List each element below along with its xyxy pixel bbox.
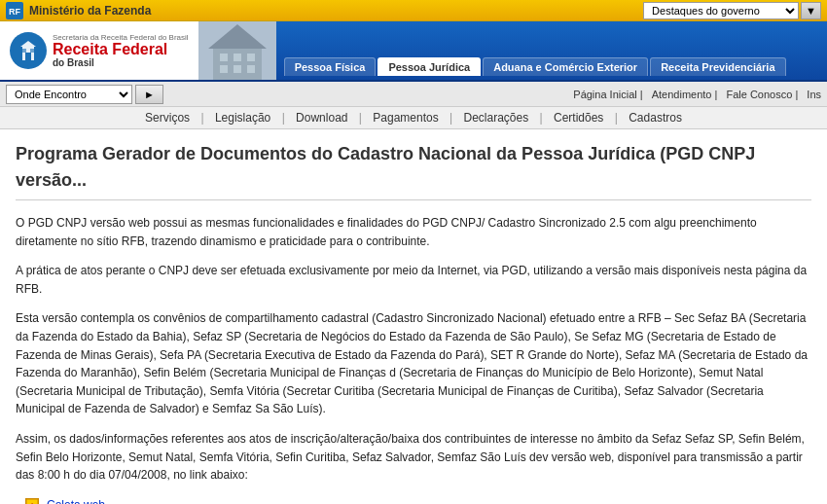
coleta-web-link[interactable]: Coleta web [47,496,105,504]
ministry-title: Ministério da Fazenda [29,4,643,18]
link-atendimento[interactable]: Atendimento [652,89,712,100]
receita-logo: Secretaria da Receita Federal do Brasil … [10,32,189,69]
logo-main: Receita Federal [53,42,189,57]
top-bar: RF Ministério da Fazenda Destaques do go… [0,0,827,21]
subnav-legislacao[interactable]: Legislação [215,111,270,125]
logo-sub: do Brasil [53,57,189,68]
tab-receita-prev[interactable]: Receita Previdenciária [650,57,785,76]
tab-aduana[interactable]: Aduana e Comércio Exterior [483,57,648,76]
logo-area: Secretaria da Receita Federal do Brasil … [0,21,198,80]
paragraph-1: O PGD CNPJ versão web possui as mesmas f… [16,214,811,250]
nav-tabs: Pessoa Física Pessoa Jurídica Aduana e C… [284,57,819,76]
coleta-link-row: ! Coleta web [25,496,811,504]
link-fale-conosco[interactable]: Fale Conosco [726,89,792,100]
search-bar: Onde Encontro ► Página Inicial | Atendim… [0,82,827,107]
subnav-pagamentos[interactable]: Pagamentos [373,111,438,125]
ministry-logo: RF [6,2,23,19]
svg-rect-9 [220,54,228,61]
header-nav: Pessoa Física Pessoa Jurídica Aduana e C… [276,21,827,80]
logo-icon [10,32,47,69]
svg-rect-5 [30,49,34,53]
svg-rect-11 [247,54,255,61]
tab-pessoa-juridica[interactable]: Pessoa Jurídica [378,57,481,76]
header-links: Página Inicial | Atendimento | Fale Cono… [492,89,821,100]
svg-rect-4 [22,49,26,53]
subnav-servicos[interactable]: Serviços [145,111,190,125]
svg-rect-12 [220,65,228,73]
svg-rect-13 [234,65,241,73]
link-pagina-inicial[interactable]: Página Inicial [573,89,636,100]
destaques-select[interactable]: Destaques do governo [643,2,799,19]
page-title: Programa Gerador de Documentos do Cadast… [16,141,811,200]
svg-rect-3 [25,53,31,60]
logo-text: Secretaria da Receita Federal do Brasil … [53,33,189,68]
header-area: Secretaria da Receita Federal do Brasil … [0,21,827,82]
tab-pessoa-fisica[interactable]: Pessoa Física [284,57,377,76]
header-building-image [198,21,276,80]
search-button[interactable]: ► [135,85,163,104]
subnav-declaracoes[interactable]: Declarações [464,111,529,125]
svg-rect-14 [247,65,255,73]
subnav-cadastros[interactable]: Cadastros [629,111,682,125]
where-find-select[interactable]: Onde Encontro [6,85,132,104]
svg-rect-10 [234,54,241,61]
sub-nav: Serviços | Legislação | Download | Pagam… [0,107,827,129]
paragraph-3: Esta versão contempla os convênios de co… [16,309,811,418]
subnav-certidoes[interactable]: Certidões [554,111,603,125]
link-ins[interactable]: Ins [807,89,821,100]
coleta-icon: ! [25,498,39,504]
svg-text:RF: RF [9,7,20,17]
destaques-button[interactable]: ▼ [801,2,821,19]
paragraph-2: A prática de atos perante o CNPJ deve se… [16,262,811,298]
subnav-download[interactable]: Download [296,111,347,125]
main-content: Programa Gerador de Documentos do Cadast… [0,129,827,504]
svg-rect-8 [213,49,262,80]
paragraph-4: Assim, os dados/informações referentes a… [16,430,811,485]
